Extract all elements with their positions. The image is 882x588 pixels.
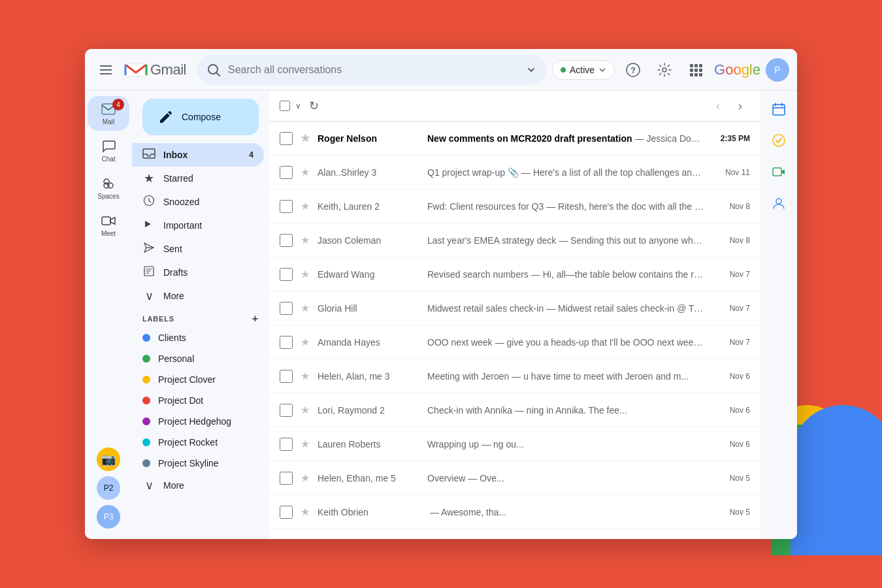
email-row[interactable]: ★ Amanda Hayes OOO next week — give you … xyxy=(269,325,760,359)
search-bar[interactable] xyxy=(197,55,547,85)
email-row[interactable]: ★ Roger Nelson New comments on MCR2020 d… xyxy=(269,122,760,155)
email-row[interactable]: ★ Keith, Lauren 2 Fwd: Client resources … xyxy=(269,189,760,223)
email-checkbox-1[interactable] xyxy=(280,166,293,179)
email-row[interactable]: ★ Gloria Hill Midwest retail sales check… xyxy=(269,291,760,325)
nav-more[interactable]: ∨ More xyxy=(132,284,264,308)
hamburger-button[interactable] xyxy=(93,57,119,83)
bottom-avatar-2[interactable]: P3 xyxy=(97,505,120,529)
svg-rect-2 xyxy=(100,73,112,74)
svg-rect-14 xyxy=(699,69,702,72)
email-checkbox-3[interactable] xyxy=(280,234,293,247)
nav-starred[interactable]: ★ Starred xyxy=(132,167,264,190)
contacts-button[interactable] xyxy=(766,190,792,216)
email-date-5: Nov 7 xyxy=(711,304,750,313)
email-subject-10: Overview xyxy=(427,473,465,483)
email-row[interactable]: ★ Helen, Ethan, me 5 Overview — Ove... N… xyxy=(269,461,760,495)
email-checkbox-11[interactable] xyxy=(280,506,293,519)
email-star-11[interactable]: ★ xyxy=(301,506,310,518)
prev-page-button[interactable]: ‹ xyxy=(708,96,728,116)
email-content-1: Q1 project wrap-up 📎 — Here's a list of … xyxy=(427,167,706,178)
settings-button[interactable] xyxy=(651,57,678,83)
email-star-2[interactable]: ★ xyxy=(301,200,310,212)
email-row[interactable]: ★ Alan..Shirley 3 Q1 project wrap-up 📎 —… xyxy=(269,155,760,189)
email-row[interactable]: ★ Edward Wang Revised search numbers — H… xyxy=(269,257,760,291)
active-chevron-icon xyxy=(598,66,606,74)
label-project-dot[interactable]: Project Dot xyxy=(132,390,269,411)
project-dot-dot xyxy=(142,397,150,404)
sent-label: Sent xyxy=(163,244,253,254)
email-checkbox-5[interactable] xyxy=(280,302,293,315)
email-row[interactable]: ★ Keith Obrien — Awesome, tha... Nov 5 xyxy=(269,495,760,529)
starred-icon: ★ xyxy=(142,171,155,186)
clients-dot xyxy=(142,334,150,342)
sidebar-item-mail[interactable]: 4 Mail xyxy=(88,96,129,131)
label-personal[interactable]: Personal xyxy=(132,348,269,369)
sidebar-item-spaces[interactable]: Spaces xyxy=(88,171,129,205)
email-checkbox-4[interactable] xyxy=(280,268,293,281)
nav-inbox[interactable]: Inbox 4 xyxy=(132,143,264,167)
email-row[interactable]: ★ me, Aaron 3 Template — It's here! Base… xyxy=(269,529,760,539)
toolbar-nav: ‹ › xyxy=(708,96,750,116)
search-input[interactable] xyxy=(228,64,518,76)
email-checkbox-6[interactable] xyxy=(280,336,293,349)
email-star-4[interactable]: ★ xyxy=(301,268,310,280)
email-content-10: Overview — Ove... xyxy=(427,473,706,483)
email-preview-1: — Here's a list of all the top challenge… xyxy=(521,167,706,178)
apps-button[interactable] xyxy=(683,57,709,83)
nav-sent[interactable]: Sent xyxy=(132,237,264,261)
email-checkbox-0[interactable] xyxy=(280,132,293,145)
bottom-avatar-camera[interactable]: 📷 xyxy=(97,448,120,471)
nav-drafts[interactable]: Drafts xyxy=(132,261,264,284)
labels-title: LABELS xyxy=(142,315,174,323)
email-star-7[interactable]: ★ xyxy=(301,370,310,382)
email-star-0[interactable]: ★ xyxy=(301,132,310,144)
email-checkbox-2[interactable] xyxy=(280,200,293,213)
next-page-button[interactable]: › xyxy=(730,96,750,116)
email-preview-5: — Midwest retail sales check-in @ Tu... xyxy=(546,303,706,314)
email-row[interactable]: ★ Lori, Raymond 2 Check-in with Annika —… xyxy=(269,393,760,427)
email-row[interactable]: ★ Jason Coleman Last year's EMEA strateg… xyxy=(269,223,760,257)
search-dropdown-icon[interactable] xyxy=(526,65,536,75)
email-checkbox-8[interactable] xyxy=(280,404,293,417)
active-status-badge[interactable]: Active xyxy=(552,60,615,80)
inbox-label: Inbox xyxy=(163,150,249,160)
meet-side-button[interactable] xyxy=(766,159,792,185)
labels-header: LABELS + xyxy=(132,308,269,327)
email-checkbox-10[interactable] xyxy=(280,472,293,485)
sidebar-item-meet[interactable]: Meet xyxy=(88,208,129,242)
select-all-checkbox[interactable] xyxy=(280,101,290,111)
user-avatar[interactable]: P xyxy=(766,58,789,82)
starred-label: Starred xyxy=(163,173,253,184)
email-star-10[interactable]: ★ xyxy=(301,472,310,484)
sidebar-item-chat[interactable]: Chat xyxy=(88,133,129,168)
label-project-clover[interactable]: Project Clover xyxy=(132,369,269,390)
add-label-button[interactable]: + xyxy=(252,313,259,325)
email-checkbox-9[interactable] xyxy=(280,438,293,451)
email-row[interactable]: ★ Lauren Roberts Wrapping up — ng ou... … xyxy=(269,427,760,461)
refresh-button[interactable]: ↻ xyxy=(309,99,319,113)
email-row[interactable]: ★ Helen, Alan, me 3 Meeting with Jeroen … xyxy=(269,359,760,393)
email-star-6[interactable]: ★ xyxy=(301,336,310,348)
label-project-rocket[interactable]: Project Rocket xyxy=(132,432,269,453)
email-star-3[interactable]: ★ xyxy=(301,234,310,246)
email-star-1[interactable]: ★ xyxy=(301,166,310,178)
tasks-button[interactable] xyxy=(766,127,792,154)
bottom-avatar-1[interactable]: P2 xyxy=(97,476,120,500)
more-chevron-icon: ∨ xyxy=(142,289,155,303)
email-star-8[interactable]: ★ xyxy=(301,404,310,416)
help-button[interactable]: ? xyxy=(620,57,646,83)
label-clients[interactable]: Clients xyxy=(132,327,269,348)
email-checkbox-7[interactable] xyxy=(280,370,293,383)
nav-snoozed[interactable]: Snoozed xyxy=(132,190,264,214)
labels-more[interactable]: ∨ More xyxy=(132,474,264,497)
drafts-icon xyxy=(142,265,155,280)
select-chevron-icon[interactable]: ∨ xyxy=(295,101,301,110)
compose-button[interactable]: Compose xyxy=(142,99,259,135)
svg-rect-9 xyxy=(690,64,693,67)
email-star-5[interactable]: ★ xyxy=(301,302,310,314)
label-project-skyline[interactable]: Project Skyline xyxy=(132,453,269,474)
calendar-button[interactable] xyxy=(766,96,792,122)
email-star-9[interactable]: ★ xyxy=(301,438,310,450)
nav-important[interactable]: Important xyxy=(132,214,264,237)
label-project-hedgehog[interactable]: Project Hedgehog xyxy=(132,411,269,432)
